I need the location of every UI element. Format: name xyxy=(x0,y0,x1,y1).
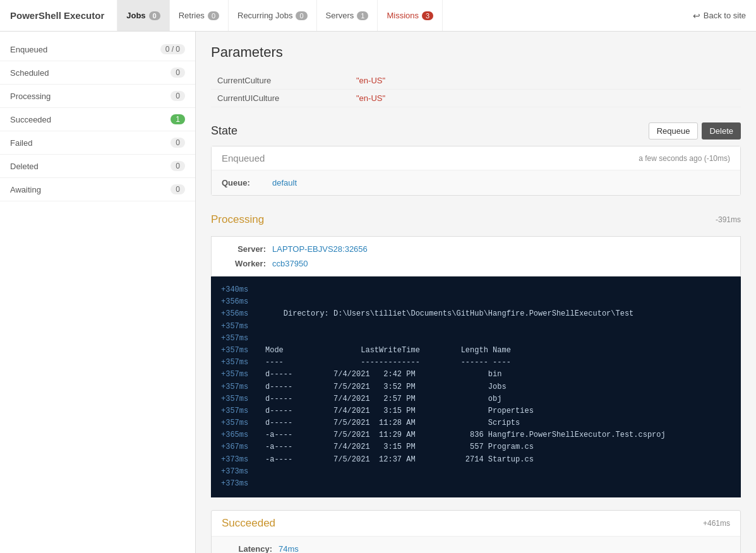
state-title: State xyxy=(211,124,237,138)
sidebar-item-failed[interactable]: Failed 0 xyxy=(0,131,195,155)
sidebar-processing-label: Processing xyxy=(10,92,51,101)
server-label: Server: xyxy=(222,244,272,254)
param-row-culture: CurrentCulture "en-US" xyxy=(211,72,741,90)
terminal-line: +373ms-a---- 7/5/2021 12:37 AM 2714 Star… xyxy=(221,454,731,466)
sidebar-scheduled-label: Scheduled xyxy=(10,68,49,78)
main-content: Parameters CurrentCulture "en-US" Curren… xyxy=(196,32,756,553)
param-key-ui-culture: CurrentUICulture xyxy=(211,90,350,107)
tab-recurring[interactable]: Recurring Jobs 0 xyxy=(229,0,317,31)
sidebar-deleted-label: Deleted xyxy=(10,162,39,171)
back-label: Back to site xyxy=(704,11,746,20)
parameters-table: CurrentCulture "en-US" CurrentUICulture … xyxy=(211,72,741,107)
terminal-output: +340ms +356ms +356ms Directory: D:\Users… xyxy=(211,276,741,497)
tab-jobs-badge: 0 xyxy=(149,11,160,20)
tab-jobs-label: Jobs xyxy=(126,11,145,20)
terminal-line: +356ms Directory: D:\Users\tilliet\Docum… xyxy=(221,308,731,320)
requeue-button[interactable]: Requeue xyxy=(649,122,699,140)
terminal-line: +365ms-a---- 7/5/2021 11:29 AM 836 Hangf… xyxy=(221,429,731,441)
sidebar-enqueued-label: Enqueued xyxy=(10,45,47,54)
sidebar-item-deleted[interactable]: Deleted 0 xyxy=(0,155,195,178)
terminal-line: +357msMode LastWriteTime Length Name xyxy=(221,345,731,357)
param-val-ui-culture: "en-US" xyxy=(350,90,741,107)
param-key-culture: CurrentCulture xyxy=(211,72,350,90)
state-buttons: Requeue Delete xyxy=(649,122,741,140)
terminal-line: +357msd----- 7/4/2021 2:42 PM bin xyxy=(221,369,731,381)
sidebar-item-processing[interactable]: Processing 0 xyxy=(0,85,195,108)
worker-value: ccb37950 xyxy=(272,259,308,268)
tab-servers[interactable]: Servers 1 xyxy=(317,0,378,31)
tab-missions-badge: 3 xyxy=(422,11,433,20)
app-title: PowerShell Executor xyxy=(10,10,104,21)
tab-missions-label: Missions xyxy=(387,11,419,20)
server-value: LAPTOP-EBJVS28:32656 xyxy=(272,244,368,254)
queue-row: Queue: default xyxy=(222,175,730,190)
back-icon: ↩ xyxy=(693,11,700,21)
sidebar-succeeded-count: 1 xyxy=(171,114,185,124)
processing-info: Server: LAPTOP-EBJVS28:32656 Worker: ccb… xyxy=(211,236,741,276)
sidebar-item-succeeded[interactable]: Succeeded 1 xyxy=(0,108,195,131)
sidebar-awaiting-label: Awaiting xyxy=(10,185,41,194)
terminal-line: +357ms xyxy=(221,333,731,345)
terminal-line: +357msd----- 7/5/2021 3:52 PM Jobs xyxy=(221,381,731,393)
succeeded-time: +461ms xyxy=(703,519,730,528)
back-to-site-link[interactable]: ↩ Back to site xyxy=(693,11,746,21)
tab-missions[interactable]: Missions 3 xyxy=(378,0,443,31)
delete-button[interactable]: Delete xyxy=(702,122,741,140)
tab-retries-badge: 0 xyxy=(208,11,219,20)
terminal-line: +367ms-a---- 7/4/2021 3:15 PM 557 Progra… xyxy=(221,441,731,453)
sidebar-awaiting-count: 0 xyxy=(171,184,185,194)
sidebar-succeeded-label: Succeeded xyxy=(10,115,51,124)
enqueued-state-box: Enqueued a few seconds ago (-10ms) Queue… xyxy=(211,146,741,196)
sidebar-scheduled-count: 0 xyxy=(171,68,185,78)
latency-label: Latency: xyxy=(222,544,279,553)
succeeded-title: Succeeded xyxy=(222,517,275,530)
terminal-line: +340ms xyxy=(221,284,731,296)
tab-retries[interactable]: Retries 0 xyxy=(170,0,229,31)
succeeded-header: Succeeded +461ms xyxy=(212,511,740,537)
succeeded-section: Succeeded +461ms Latency: 74ms Duration:… xyxy=(211,510,741,553)
tab-retries-label: Retries xyxy=(179,11,205,20)
sidebar-item-scheduled[interactable]: Scheduled 0 xyxy=(0,61,195,85)
sidebar-processing-count: 0 xyxy=(171,91,185,101)
tab-recurring-badge: 0 xyxy=(296,11,307,20)
succeeded-body: Latency: 74ms Duration: 381ms xyxy=(212,537,740,553)
processing-time: -391ms xyxy=(716,215,741,224)
parameters-title: Parameters xyxy=(211,44,741,61)
enqueued-time: a few seconds ago (-10ms) xyxy=(639,154,730,163)
sidebar-failed-label: Failed xyxy=(10,138,32,148)
tab-jobs[interactable]: Jobs 0 xyxy=(117,0,169,31)
enqueued-box-body: Queue: default xyxy=(212,170,740,195)
sidebar-item-enqueued[interactable]: Enqueued 0 / 0 xyxy=(0,38,195,61)
tab-servers-label: Servers xyxy=(326,11,354,20)
worker-row: Worker: ccb37950 xyxy=(222,256,730,271)
enqueued-state-name: Enqueued xyxy=(222,153,265,164)
queue-label: Queue: xyxy=(222,178,272,187)
sidebar-enqueued-count: 0 / 0 xyxy=(160,44,185,54)
param-val-culture: "en-US" xyxy=(350,72,741,90)
terminal-line: +357ms---- ------------- ------ ---- xyxy=(221,357,731,369)
sidebar-item-awaiting[interactable]: Awaiting 0 xyxy=(0,178,195,201)
processing-section: Processing -391ms Server: LAPTOP-EBJVS28… xyxy=(211,208,741,497)
sidebar: Enqueued 0 / 0 Scheduled 0 Processing 0 … xyxy=(0,32,196,553)
processing-header: Processing -391ms xyxy=(211,208,741,231)
sidebar-deleted-count: 0 xyxy=(171,161,185,171)
top-navigation: PowerShell Executor Jobs 0 Retries 0 Rec… xyxy=(0,0,756,32)
terminal-line: +357msd----- 7/5/2021 11:28 AM Scripts xyxy=(221,417,731,429)
tab-recurring-label: Recurring Jobs xyxy=(237,11,292,20)
terminal-line: +373ms xyxy=(221,478,731,490)
terminal-line: +357msd----- 7/4/2021 3:15 PM Properties xyxy=(221,405,731,417)
queue-value: default xyxy=(272,178,297,187)
sidebar-failed-count: 0 xyxy=(171,138,185,148)
terminal-line: +357ms xyxy=(221,321,731,333)
latency-row: Latency: 74ms xyxy=(222,542,730,553)
param-row-ui-culture: CurrentUICulture "en-US" xyxy=(211,90,741,107)
worker-label: Worker: xyxy=(222,259,272,268)
latency-value: 74ms xyxy=(279,544,299,553)
terminal-line: +356ms xyxy=(221,296,731,308)
terminal-line: +373ms xyxy=(221,466,731,478)
enqueued-box-header: Enqueued a few seconds ago (-10ms) xyxy=(212,146,740,170)
terminal-line: +357msd----- 7/4/2021 2:57 PM obj xyxy=(221,393,731,405)
state-header: State Requeue Delete xyxy=(211,122,741,140)
tab-servers-badge: 1 xyxy=(357,11,368,20)
server-row: Server: LAPTOP-EBJVS28:32656 xyxy=(222,242,730,256)
